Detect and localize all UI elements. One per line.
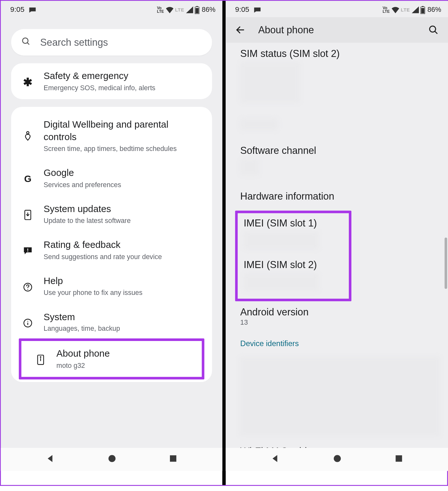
wellbeing-icon xyxy=(21,131,34,141)
back-button[interactable] xyxy=(233,25,247,35)
sim-status-item[interactable]: SIM status (SIM slot 2) xyxy=(226,44,448,141)
settings-screen: 9:05 Vo LTE LTE 86% xyxy=(1,1,222,471)
search-button[interactable] xyxy=(427,25,440,35)
status-time: 9:05 xyxy=(10,5,24,14)
setting-system[interactable]: System Languages, time, backup xyxy=(11,304,212,340)
imei-slot2-item[interactable]: IMEI (SIM slot 2) xyxy=(244,259,341,293)
phone-info-icon xyxy=(34,354,47,365)
svg-line-4 xyxy=(27,43,29,44)
svg-point-23 xyxy=(430,26,436,32)
redacted-block xyxy=(239,357,440,436)
software-channel-item[interactable]: Software channel xyxy=(226,141,448,186)
nav-recents[interactable] xyxy=(169,454,178,464)
search-settings[interactable]: Search settings xyxy=(11,29,212,56)
svg-point-17 xyxy=(108,455,116,462)
svg-rect-1 xyxy=(196,6,198,7)
setting-updates[interactable]: System updates Update to the latest soft… xyxy=(11,196,212,232)
volte-icon: Vo LTE xyxy=(157,6,164,13)
setting-wellbeing[interactable]: Digital Wellbeing and parental controls … xyxy=(11,109,212,160)
svg-point-3 xyxy=(22,38,28,44)
svg-point-5 xyxy=(27,132,29,134)
svg-rect-18 xyxy=(170,455,176,462)
redacted-value xyxy=(240,62,300,103)
imei-highlight: IMEI (SIM slot 1) IMEI (SIM slot 2) xyxy=(235,211,351,301)
redacted-value xyxy=(244,273,319,291)
svg-rect-7 xyxy=(28,249,28,250)
svg-rect-20 xyxy=(422,6,424,7)
volte-icon: Vo LTE xyxy=(383,6,390,13)
svg-point-13 xyxy=(28,321,28,321)
svg-rect-8 xyxy=(28,251,28,252)
nav-recents[interactable] xyxy=(395,454,403,464)
battery-percent: 86% xyxy=(202,6,216,14)
svg-rect-2 xyxy=(196,8,199,13)
battery-icon xyxy=(420,6,425,14)
about-phone-screen: 9:05 Vo LTE LTE 86% xyxy=(226,1,448,471)
svg-point-16 xyxy=(40,357,41,357)
android-version-item[interactable]: Android version 13 xyxy=(226,305,448,336)
redacted-value xyxy=(240,159,259,175)
svg-point-10 xyxy=(28,289,28,289)
search-placeholder: Search settings xyxy=(40,36,108,48)
setting-safety[interactable]: ✱ Safety & emergency Emergency SOS, medi… xyxy=(11,63,212,99)
navigation-bar xyxy=(226,448,448,471)
signal-icon xyxy=(186,6,193,13)
setting-about-phone[interactable]: About phone moto g32 xyxy=(21,341,202,377)
wifi-icon xyxy=(391,6,400,13)
redacted-value xyxy=(240,118,278,130)
wifi-icon xyxy=(165,6,174,13)
nav-home[interactable] xyxy=(107,454,116,465)
asterisk-icon: ✱ xyxy=(21,75,34,89)
page-title: About phone xyxy=(258,24,427,36)
nav-back[interactable] xyxy=(271,454,280,465)
help-icon xyxy=(21,282,34,292)
setting-help[interactable]: Help Use your phone to fix any issues xyxy=(11,268,212,304)
scrollbar[interactable] xyxy=(444,238,447,289)
battery-percent: 86% xyxy=(428,6,441,14)
status-bar: 9:05 Vo LTE LTE 86% xyxy=(1,1,222,17)
nav-back[interactable] xyxy=(46,454,55,465)
device-identifiers-link[interactable]: Device identifiers xyxy=(226,336,448,354)
navigation-bar xyxy=(1,448,222,471)
feedback-icon xyxy=(21,247,34,255)
hardware-info-header: Hardware information xyxy=(226,186,448,207)
svg-rect-21 xyxy=(421,8,424,13)
status-bar: 9:05 Vo LTE LTE 86% xyxy=(226,1,448,17)
google-icon: G xyxy=(21,173,34,185)
update-icon xyxy=(21,210,34,221)
nav-home[interactable] xyxy=(332,454,342,465)
status-time: 9:05 xyxy=(235,5,249,14)
setting-rating[interactable]: Rating & feedback Send suggestions and r… xyxy=(11,232,212,268)
search-icon xyxy=(21,37,31,48)
app-bar: About phone xyxy=(226,17,448,43)
svg-line-24 xyxy=(435,31,437,34)
signal-icon xyxy=(411,6,419,13)
lte-label: LTE xyxy=(401,7,410,12)
svg-rect-26 xyxy=(396,455,402,462)
battery-icon xyxy=(195,6,200,14)
setting-google[interactable]: G Google Services and preferences xyxy=(11,160,212,196)
chat-icon xyxy=(29,7,36,13)
lte-label: LTE xyxy=(175,7,184,12)
chat-icon xyxy=(253,7,261,13)
info-icon xyxy=(21,318,34,328)
imei-slot1-item[interactable]: IMEI (SIM slot 1) xyxy=(244,218,341,259)
redacted-value xyxy=(244,232,319,249)
svg-point-25 xyxy=(334,455,341,462)
